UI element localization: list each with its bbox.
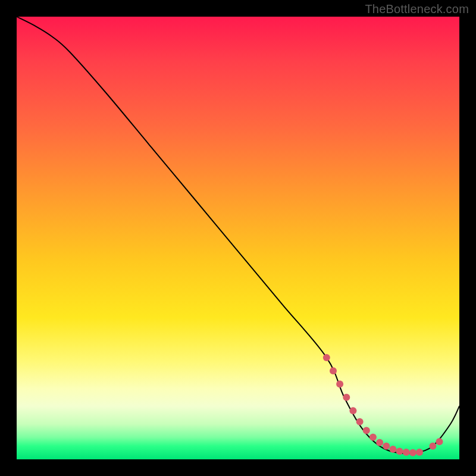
marker-dot	[396, 448, 403, 455]
marker-dot	[403, 449, 410, 456]
marker-dot	[429, 443, 436, 450]
marker-dot	[409, 449, 416, 456]
marker-dot	[330, 367, 337, 374]
marker-dot	[349, 407, 356, 414]
chart-frame: TheBottleneck.com	[0, 0, 476, 476]
bottleneck-curve	[17, 17, 459, 453]
marker-dot	[376, 439, 383, 446]
marker-dot	[343, 394, 350, 401]
marker-dot	[369, 434, 377, 441]
marker-dot	[436, 438, 443, 445]
curve-svg	[17, 17, 459, 459]
marker-dot	[383, 443, 390, 450]
marker-dot	[363, 427, 370, 434]
watermark-text: TheBottleneck.com	[365, 2, 469, 16]
marker-dot	[356, 418, 364, 425]
marker-dot	[389, 446, 396, 453]
plot-area	[17, 17, 459, 459]
marker-dot	[416, 449, 423, 456]
highlight-markers	[323, 354, 443, 456]
marker-dot	[323, 354, 330, 361]
marker-dot	[336, 381, 343, 388]
